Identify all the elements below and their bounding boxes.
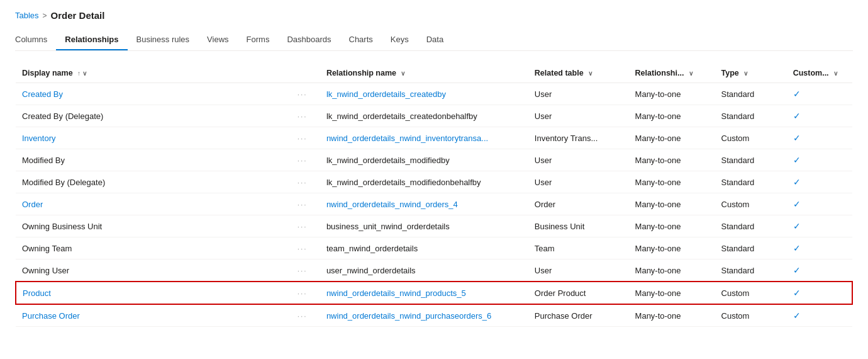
cell-type: Custom xyxy=(715,304,787,327)
cell-related-table: Order xyxy=(528,193,629,215)
col-header-type[interactable]: Type ∨ xyxy=(715,64,787,83)
col-header-relationship-name[interactable]: Relationship name ∨ xyxy=(320,64,528,83)
cell-related-table: User xyxy=(528,83,629,105)
table-row[interactable]: Owning Business Unit···business_unit_nwi… xyxy=(16,215,852,237)
cell-display-name[interactable]: Created By xyxy=(16,83,289,105)
cell-dots[interactable]: ··· xyxy=(289,127,320,149)
cell-relationship-name[interactable]: nwind_orderdetails_nwind_products_5 xyxy=(320,282,528,304)
relationship-name-link[interactable]: nwind_orderdetails_nwind_purchaseorders_… xyxy=(326,311,491,321)
check-icon: ✓ xyxy=(793,265,801,275)
ellipsis-menu-button[interactable]: ··· xyxy=(295,177,310,188)
check-icon: ✓ xyxy=(793,133,801,143)
relationship-name-link[interactable]: nwind_orderdetails_nwind_products_5 xyxy=(326,288,466,298)
cell-custom: ✓ xyxy=(787,149,852,171)
cell-relationship-type: Many-to-one xyxy=(629,83,715,105)
cell-type: Standard xyxy=(715,237,787,259)
nav-tab-dashboards[interactable]: Dashboards xyxy=(278,30,340,50)
cell-dots[interactable]: ··· xyxy=(289,149,320,171)
nav-tab-data[interactable]: Data xyxy=(418,30,452,50)
col-header-relationship-type[interactable]: Relationshi... ∨ xyxy=(629,64,715,83)
ellipsis-menu-button[interactable]: ··· xyxy=(295,199,310,210)
ellipsis-menu-button[interactable]: ··· xyxy=(295,133,310,144)
check-icon: ✓ xyxy=(793,199,801,209)
relationship-name-link[interactable]: lk_nwind_orderdetails_createdby xyxy=(326,89,446,99)
ellipsis-menu-button[interactable]: ··· xyxy=(295,288,310,299)
table-row[interactable]: Modified By (Delegate)···lk_nwind_orderd… xyxy=(16,171,852,193)
check-icon: ✓ xyxy=(793,243,801,253)
nav-tab-forms[interactable]: Forms xyxy=(238,30,279,50)
cell-display-name[interactable]: Inventory xyxy=(16,127,289,149)
main-container: Tables > Order Detail ColumnsRelationshi… xyxy=(0,0,868,359)
nav-tab-business-rules[interactable]: Business rules xyxy=(128,30,199,50)
cell-display-name[interactable]: Order xyxy=(16,193,289,215)
relationship-name-link[interactable]: nwind_orderdetails_nwind_orders_4 xyxy=(326,200,458,209)
cell-type: Standard xyxy=(715,259,787,282)
cell-dots[interactable]: ··· xyxy=(289,105,320,127)
cell-display-name[interactable]: Product xyxy=(16,282,289,304)
cell-related-table: User xyxy=(528,259,629,282)
ellipsis-menu-button[interactable]: ··· xyxy=(295,265,310,276)
table-row[interactable]: Owning User···user_nwind_orderdetailsUse… xyxy=(16,259,852,282)
ellipsis-menu-button[interactable]: ··· xyxy=(295,89,310,100)
ellipsis-menu-button[interactable]: ··· xyxy=(295,221,310,232)
table-row[interactable]: Owning Team···team_nwind_orderdetailsTea… xyxy=(16,237,852,259)
cell-custom: ✓ xyxy=(787,237,852,259)
cell-dots[interactable]: ··· xyxy=(289,215,320,237)
cell-display-name: Modified By (Delegate) xyxy=(16,171,289,193)
cell-dots[interactable]: ··· xyxy=(289,83,320,105)
nav-tabs: ColumnsRelationshipsBusiness rulesViewsF… xyxy=(15,30,853,51)
ellipsis-menu-button[interactable]: ··· xyxy=(295,155,310,166)
cell-relationship-name[interactable]: nwind_orderdetails_nwind_orders_4 xyxy=(320,193,528,215)
cell-relationship-name[interactable]: lk_nwind_orderdetails_createdby xyxy=(320,83,528,105)
cell-custom: ✓ xyxy=(787,282,852,304)
table-row[interactable]: Modified By···lk_nwind_orderdetails_modi… xyxy=(16,149,852,171)
cell-dots[interactable]: ··· xyxy=(289,282,320,304)
relationship-name-link[interactable]: nwind_orderdetails_nwind_inventorytransa… xyxy=(326,134,488,143)
table-row[interactable]: Inventory···nwind_orderdetails_nwind_inv… xyxy=(16,127,852,149)
cell-type: Standard xyxy=(715,171,787,193)
cell-display-name: Owning Business Unit xyxy=(16,215,289,237)
table-row[interactable]: Purchase Order···nwind_orderdetails_nwin… xyxy=(16,304,852,327)
ellipsis-menu-button[interactable]: ··· xyxy=(295,111,310,122)
cell-relationship-name: lk_nwind_orderdetails_modifiedby xyxy=(320,149,528,171)
nav-tab-charts[interactable]: Charts xyxy=(340,30,382,50)
nav-tab-columns[interactable]: Columns xyxy=(15,30,56,50)
col-header-related-table[interactable]: Related table ∨ xyxy=(528,64,629,83)
cell-custom: ✓ xyxy=(787,304,852,327)
table-row[interactable]: Order···nwind_orderdetails_nwind_orders_… xyxy=(16,193,852,215)
cell-dots[interactable]: ··· xyxy=(289,237,320,259)
cell-dots[interactable]: ··· xyxy=(289,171,320,193)
col-header-custom[interactable]: Custom... ∨ xyxy=(787,64,852,83)
sort-icon-related-table: ∨ xyxy=(588,70,593,77)
nav-tab-keys[interactable]: Keys xyxy=(382,30,418,50)
cell-related-table: User xyxy=(528,171,629,193)
check-icon: ✓ xyxy=(793,111,801,121)
cell-relationship-type: Many-to-one xyxy=(629,105,715,127)
display-name-link[interactable]: Created By xyxy=(22,89,63,99)
ellipsis-menu-button[interactable]: ··· xyxy=(295,243,310,254)
col-header-dots xyxy=(289,64,320,83)
display-name-link[interactable]: Purchase Order xyxy=(22,311,80,321)
cell-dots[interactable]: ··· xyxy=(289,259,320,282)
cell-display-name[interactable]: Purchase Order xyxy=(16,304,289,327)
ellipsis-menu-button[interactable]: ··· xyxy=(295,311,310,322)
col-header-display-name[interactable]: Display name ↑ ∨ xyxy=(16,64,289,83)
cell-display-name: Owning User xyxy=(16,259,289,282)
display-name-link[interactable]: Product xyxy=(23,288,51,298)
table-row[interactable]: Created By···lk_nwind_orderdetails_creat… xyxy=(16,83,852,105)
cell-custom: ✓ xyxy=(787,193,852,215)
check-icon: ✓ xyxy=(793,177,801,187)
display-name-link[interactable]: Inventory xyxy=(22,134,55,143)
nav-tab-views[interactable]: Views xyxy=(198,30,237,50)
sort-icon-custom: ∨ xyxy=(833,70,838,77)
display-name-link[interactable]: Order xyxy=(22,200,43,209)
cell-dots[interactable]: ··· xyxy=(289,304,320,327)
cell-relationship-name[interactable]: nwind_orderdetails_nwind_inventorytransa… xyxy=(320,127,528,149)
table-row[interactable]: Created By (Delegate)···lk_nwind_orderde… xyxy=(16,105,852,127)
breadcrumb-tables-link[interactable]: Tables xyxy=(15,11,39,20)
nav-tab-relationships[interactable]: Relationships xyxy=(56,30,127,50)
cell-relationship-type: Many-to-one xyxy=(629,237,715,259)
cell-dots[interactable]: ··· xyxy=(289,193,320,215)
cell-relationship-name[interactable]: nwind_orderdetails_nwind_purchaseorders_… xyxy=(320,304,528,327)
table-row[interactable]: Product···nwind_orderdetails_nwind_produ… xyxy=(16,282,852,304)
